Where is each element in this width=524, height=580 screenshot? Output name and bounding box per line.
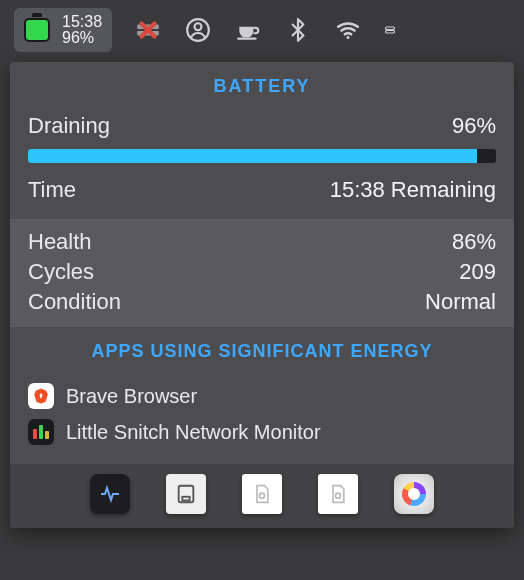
little-snitch-icon [28,419,54,445]
svg-rect-7 [386,27,395,30]
battery-status-text: 15:38 96% [62,14,102,46]
battery-status-row: Draining 96% [28,109,496,143]
battery-condition-value: Normal [425,289,496,315]
wifi-icon[interactable] [334,16,362,44]
menu-bar: 15:38 96% [0,0,524,60]
caffeine-icon[interactable] [234,16,262,44]
battery-dropdown-panel: BATTERY Draining 96% Time 15:38 Remainin… [10,62,514,528]
battery-cycles-label: Cycles [28,259,94,285]
energy-apps-title: APPS USING SIGNIFICANT ENERGY [10,327,514,374]
battery-health-label: Health [28,229,92,255]
battery-health-row: Health 86% [28,227,496,257]
document-shortcut[interactable] [318,474,358,514]
energy-app-item[interactable]: Little Snitch Network Monitor [28,414,496,450]
battery-time-text: 15:38 [62,14,102,30]
battery-status-value: 96% [452,113,496,139]
battery-health-value: 86% [452,229,496,255]
battery-status-label: Draining [28,113,110,139]
energy-app-item[interactable]: Brave Browser [28,378,496,414]
svg-point-12 [336,493,341,498]
energy-app-name: Little Snitch Network Monitor [66,421,321,444]
gauge-shortcut[interactable] [394,474,434,514]
battery-section-title: BATTERY [10,62,514,109]
battery-condition-row: Condition Normal [28,287,496,317]
svg-rect-10 [182,497,189,501]
energy-app-name: Brave Browser [66,385,197,408]
document-shortcut[interactable] [242,474,282,514]
battery-progress-bar [28,149,496,163]
system-info-shortcut[interactable] [166,474,206,514]
blocked-connection-icon[interactable] [134,16,162,44]
battery-time-row: Time 15:38 Remaining [28,173,496,207]
battery-progress-fill [28,149,477,163]
svg-point-5 [195,23,202,30]
battery-percent-text: 96% [62,30,102,46]
user-account-icon[interactable] [184,16,212,44]
svg-point-6 [347,36,350,39]
svg-rect-8 [386,31,395,34]
bluetooth-icon[interactable] [284,16,312,44]
quick-launch-strip [10,464,514,528]
brave-icon [28,383,54,409]
battery-icon [22,15,52,45]
control-center-icon[interactable] [384,16,396,44]
battery-cycles-row: Cycles 209 [28,257,496,287]
battery-time-label: Time [28,177,76,203]
battery-time-value: 15:38 Remaining [330,177,496,203]
battery-cycles-value: 209 [459,259,496,285]
svg-point-11 [260,493,265,498]
battery-status-menu-item[interactable]: 15:38 96% [14,8,112,52]
battery-details-block: Health 86% Cycles 209 Condition Normal [10,219,514,327]
energy-apps-list: Brave Browser Little Snitch Network Moni… [10,374,514,464]
battery-condition-label: Condition [28,289,121,315]
activity-monitor-shortcut[interactable] [90,474,130,514]
